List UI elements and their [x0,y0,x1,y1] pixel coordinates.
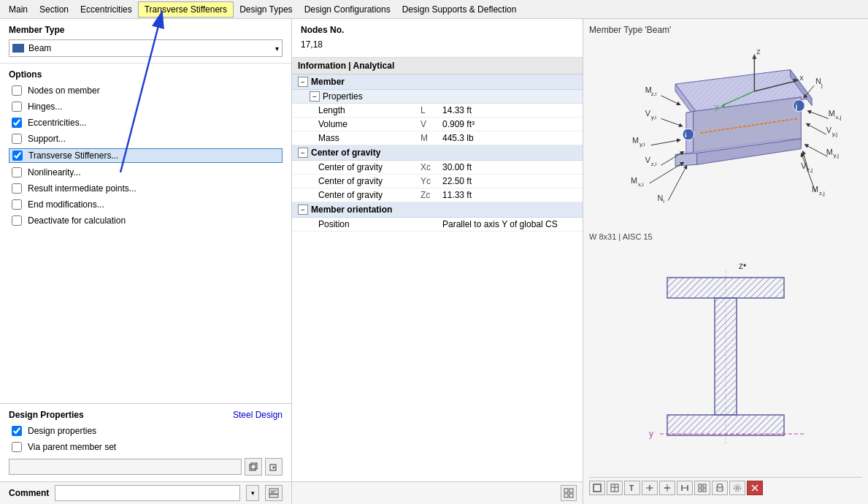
position-value: Parallel to axis Y of global CS [442,219,558,229]
middle-grid-button[interactable] [561,485,577,501]
checkbox-design-properties[interactable] [12,426,22,436]
volume-key: V [420,119,442,129]
svg-rect-9 [564,489,568,492]
svg-rect-98 [699,489,702,492]
nodes-label: Nodes No. [301,25,574,35]
checkbox-hinges[interactable] [12,102,22,112]
option-nonlinearity[interactable]: Nonlinearity... [9,166,283,179]
checkbox-support[interactable] [12,134,22,144]
beam-diagram-svg: z x y i j M z,i [589,39,862,229]
svg-text:y,i: y,i [640,141,645,148]
menu-transverse-stiffeners[interactable]: Transverse Stiffeners [138,1,234,18]
menu-section[interactable]: Section [34,2,74,17]
svg-text:y,j: y,j [832,131,838,137]
svg-rect-96 [699,484,702,487]
member-tree-header[interactable]: − Member [292,75,583,90]
orientation-label: Member orientation [311,205,392,215]
option-hinges[interactable]: Hinges... [9,100,283,113]
svg-line-45 [661,118,681,126]
info-section: − Member − Properties Length L 14.33 ft … [292,75,583,481]
label-transverse-stiffeners: Transverse Stiffeners... [28,150,118,161]
design-add-button[interactable] [265,458,283,476]
bottom-tool-resize-h-btn[interactable] [642,481,658,495]
option-via-parent-member-set[interactable]: Via parent member set [9,440,283,454]
svg-line-66 [807,124,826,134]
comment-input[interactable] [55,485,240,501]
menu-design-configurations[interactable]: Design Configurations [299,2,396,17]
svg-text:y,j: y,j [834,152,840,159]
checkbox-deactivate-for-calculation[interactable] [12,215,22,226]
checkbox-transverse-stiffeners[interactable] [12,150,23,161]
checkbox-end-modifications[interactable] [12,199,22,210]
member-label: Member [311,77,345,87]
option-transverse-stiffeners[interactable]: Transverse Stiffeners... [9,148,283,163]
position-label: Position [318,219,420,229]
middle-toolbar [292,481,583,504]
print-icon [715,484,724,492]
menu-design-types[interactable]: Design Types [234,2,299,17]
comment-dropdown-button[interactable]: ▾ [246,485,259,501]
bottom-tool-resize-v-btn[interactable] [659,481,675,495]
orientation-tree-header[interactable]: − Member orientation [292,202,583,218]
bottom-tool-print-btn[interactable] [712,481,728,495]
mass-row: Mass M 445.3 lb [292,131,583,145]
design-copy-button[interactable] [245,458,262,476]
svg-rect-84 [594,484,601,492]
option-eccentricities[interactable]: Eccentricities... [9,116,283,129]
cog-xc-label: Center of gravity [318,162,420,172]
menu-eccentricities[interactable]: Eccentricities [74,2,138,17]
svg-text:z: z [756,47,761,56]
checkbox-result-intermediate-points[interactable] [12,183,22,194]
comment-label: Comment [9,488,49,498]
bottom-tool-spacing-btn[interactable] [677,481,693,495]
properties-sub-header[interactable]: − Properties [292,90,583,104]
option-design-properties[interactable]: Design properties [9,424,283,438]
option-nodes-on-member[interactable]: Nodes on member [9,84,283,97]
position-row: Position Parallel to axis Y of global CS [292,218,583,232]
svg-text:z,i: z,i [651,161,657,167]
checkbox-via-parent-member-set[interactable] [12,442,22,452]
cog-tree-header[interactable]: − Center of gravity [292,145,583,161]
menu-design-supports-deflection[interactable]: Design Supports & Deflection [396,2,523,17]
option-end-modifications[interactable]: End modifications... [9,198,283,211]
bottom-tool-text-btn[interactable]: T [624,481,640,495]
bottom-tool-table-btn[interactable] [607,481,623,495]
steel-design-link[interactable]: Steel Design [233,410,283,420]
bottom-tool-close-btn[interactable] [747,481,763,495]
svg-text:N: N [815,77,821,85]
properties-toggle[interactable]: − [310,91,320,102]
checkbox-nonlinearity[interactable] [12,167,22,177]
cross-section-svg: z• y [631,256,821,467]
svg-text:x: x [799,73,804,82]
length-label: Length [318,105,420,115]
option-deactivate-for-calculation[interactable]: Deactivate for calculation [9,214,283,227]
member-type-dropdown-arrow[interactable]: ▾ [275,45,279,53]
nodes-section: Nodes No. 17,18 [292,19,583,58]
cog-yc-value: 22.50 ft [442,176,472,186]
comment-edit-button[interactable] [265,485,283,501]
cog-xc-value: 30.00 ft [442,162,472,172]
volume-row: Volume V 0.909 ft³ [292,118,583,131]
bottom-tool-grid-btn[interactable] [694,481,710,495]
frame-icon [593,484,602,492]
member-type-icon [12,44,24,53]
member-toggle[interactable]: − [298,77,308,87]
cog-toggle[interactable]: − [298,148,308,158]
orientation-toggle[interactable]: − [298,205,308,215]
bottom-tool-frame-btn[interactable] [589,481,605,495]
cog-yc-key: Yc [420,176,442,186]
options-label: Options [9,69,283,80]
label-eccentricities: Eccentricities... [28,118,87,128]
checkbox-nodes-on-member[interactable] [12,85,22,96]
svg-text:x,j: x,j [836,114,842,121]
resize-v-icon [663,484,672,492]
option-support[interactable]: Support... [9,132,283,145]
option-result-intermediate-points[interactable]: Result intermediate points... [9,182,283,195]
bottom-tool-settings-btn[interactable] [729,481,745,495]
text-icon: T [628,484,637,492]
beam-diagram-area: z x y i j M z,i [589,39,862,229]
svg-rect-5 [269,495,278,497]
menu-main[interactable]: Main [3,2,34,17]
checkbox-eccentricities[interactable] [12,118,22,128]
design-properties-section: Design Properties Steel Design Design pr… [0,403,291,481]
